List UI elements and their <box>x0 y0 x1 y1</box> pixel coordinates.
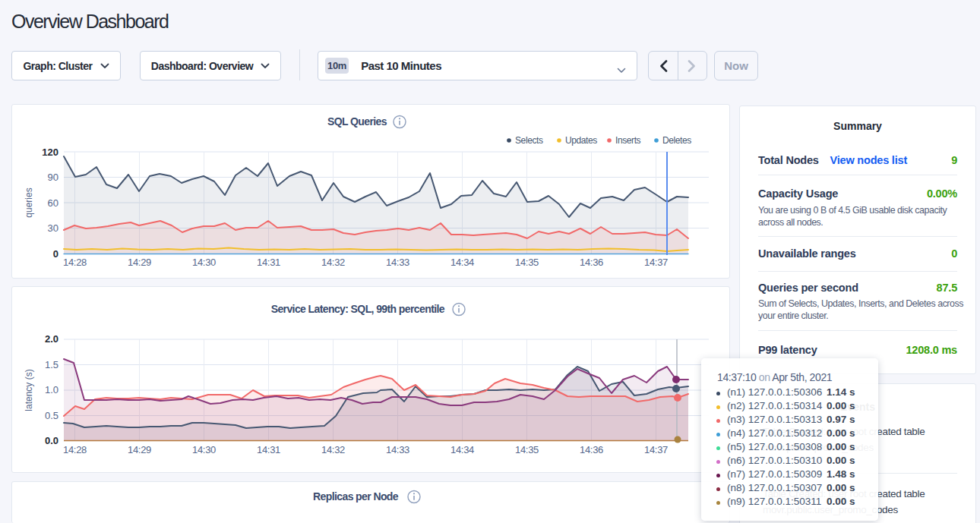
svg-text:14:37: 14:37 <box>644 444 668 455</box>
svg-text:14:36: 14:36 <box>580 257 603 268</box>
svg-text:1.0: 1.0 <box>45 384 58 395</box>
svg-text:latency (s): latency (s) <box>24 369 34 411</box>
svg-text:14:32: 14:32 <box>321 444 345 455</box>
svg-text:90: 90 <box>48 172 58 183</box>
svg-text:0.5: 0.5 <box>45 410 58 421</box>
svg-text:120: 120 <box>42 147 58 158</box>
svg-text:14:30: 14:30 <box>192 257 216 268</box>
svg-text:queries: queries <box>24 187 34 217</box>
svg-text:14:31: 14:31 <box>257 257 280 268</box>
svg-text:Replicas per Node: Replicas per Node <box>313 490 399 503</box>
svg-text:14:36: 14:36 <box>580 444 603 455</box>
svg-text:Inserts: Inserts <box>615 135 641 146</box>
svg-text:14:28: 14:28 <box>63 444 87 455</box>
svg-text:Service Latency: SQL, 99th per: Service Latency: SQL, 99th percentile <box>271 303 445 315</box>
svg-text:14:29: 14:29 <box>128 444 151 455</box>
svg-text:0: 0 <box>53 248 58 260</box>
svg-text:14:28: 14:28 <box>63 257 87 268</box>
svg-text:14:29: 14:29 <box>128 257 151 268</box>
svg-text:14:31: 14:31 <box>257 444 280 455</box>
svg-text:14:30: 14:30 <box>192 444 216 455</box>
svg-text:SQL Queries: SQL Queries <box>327 115 387 128</box>
svg-text:1.5: 1.5 <box>45 359 58 370</box>
svg-text:14:35: 14:35 <box>515 257 539 268</box>
svg-text:14:33: 14:33 <box>386 257 409 268</box>
svg-text:30: 30 <box>48 222 58 234</box>
svg-text:0.0: 0.0 <box>45 435 58 446</box>
svg-text:Updates: Updates <box>565 135 597 146</box>
svg-text:2.0: 2.0 <box>45 333 58 345</box>
svg-text:14:34: 14:34 <box>450 257 474 268</box>
svg-text:Selects: Selects <box>515 135 543 146</box>
svg-text:14:32: 14:32 <box>321 257 345 268</box>
svg-text:14:37: 14:37 <box>644 257 668 268</box>
svg-text:Deletes: Deletes <box>662 135 691 146</box>
svg-text:14:35: 14:35 <box>515 444 539 455</box>
svg-text:14:34: 14:34 <box>450 444 474 455</box>
svg-text:60: 60 <box>48 197 58 209</box>
svg-text:14:33: 14:33 <box>386 444 409 455</box>
